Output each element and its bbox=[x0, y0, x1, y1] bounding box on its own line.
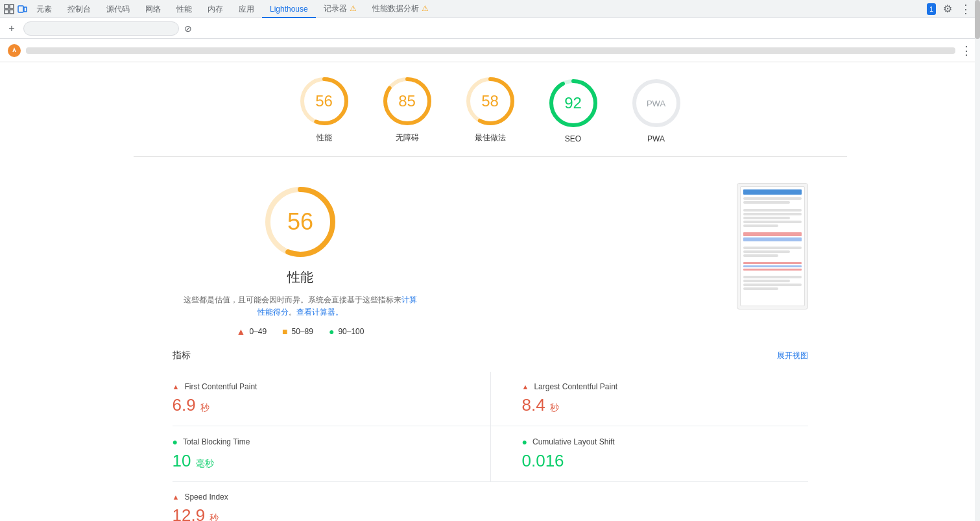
metric-fcp-name: First Contentful Paint bbox=[184, 382, 257, 391]
tab-application[interactable]: 应用 bbox=[231, 0, 262, 18]
tab-console[interactable]: 控制台 bbox=[60, 0, 99, 18]
tab-elements[interactable]: 元素 bbox=[29, 0, 60, 18]
metric-tbt-value: 10 毫秒 bbox=[173, 451, 459, 471]
legend-green: ● 90–100 bbox=[329, 326, 365, 337]
screenshot-header bbox=[743, 189, 802, 195]
svg-rect-0 bbox=[5, 5, 8, 8]
page-header-more-icon[interactable]: ⋮ bbox=[961, 43, 972, 58]
metric-lcp-name: Largest Contentful Paint bbox=[534, 382, 617, 391]
page-header: ⋮ bbox=[0, 39, 980, 62]
screenshot-block-3 bbox=[743, 262, 802, 264]
big-score-circle: 56 bbox=[261, 183, 339, 261]
score-number-pwa: PWA bbox=[647, 99, 665, 108]
legend-circle-icon: ● bbox=[329, 326, 334, 337]
expand-view-button[interactable]: 展开视图 bbox=[777, 350, 808, 361]
notification-count: 1 bbox=[929, 5, 933, 13]
screenshot-line-13 bbox=[743, 284, 802, 286]
screenshot-line-2 bbox=[743, 201, 790, 204]
reload-icon[interactable]: ⊘ bbox=[184, 23, 192, 34]
screenshot-line-7 bbox=[743, 224, 778, 227]
tab-sources[interactable]: 源代码 bbox=[99, 0, 137, 18]
legend-triangle-icon: ▲ bbox=[237, 326, 246, 337]
score-circle-performance: 56 bbox=[298, 75, 350, 127]
score-number-accessibility: 85 bbox=[398, 92, 416, 110]
calculator-link[interactable]: 查看计算器。 bbox=[296, 308, 343, 317]
metric-lcp-indicator: ▲ bbox=[522, 383, 529, 391]
metrics-title: 指标 bbox=[173, 350, 191, 361]
score-circle-accessibility: 85 bbox=[381, 75, 433, 127]
screenshot-line-8 bbox=[743, 247, 802, 249]
devtools-right-icons: 1 ⚙ ⋮ bbox=[927, 3, 977, 16]
score-item-seo[interactable]: 92 SEO bbox=[547, 77, 599, 143]
score-number-best-practices: 58 bbox=[481, 92, 499, 110]
score-item-performance[interactable]: 56 性能 bbox=[298, 75, 350, 143]
svg-rect-4 bbox=[18, 6, 23, 12]
screenshot-line-9 bbox=[743, 250, 790, 253]
score-label-pwa: PWA bbox=[647, 134, 665, 143]
tab-memory[interactable]: 内存 bbox=[200, 0, 231, 18]
element-picker-icon[interactable] bbox=[3, 3, 16, 16]
tab-recorder[interactable]: 记录器 ⚠ bbox=[316, 0, 365, 18]
tab-network[interactable]: 网络 bbox=[137, 0, 169, 18]
metric-si-header: ▲ Speed Index bbox=[173, 492, 459, 502]
tab-performance[interactable]: 性能 bbox=[169, 0, 200, 18]
screenshot-line-10 bbox=[743, 254, 778, 257]
score-circle-seo: 92 bbox=[547, 77, 599, 129]
scrollbar-track[interactable] bbox=[975, 0, 980, 521]
metric-fcp-value: 6.9 秒 bbox=[173, 395, 459, 415]
legend-green-label: 90–100 bbox=[338, 327, 364, 336]
legend-red: ▲ 0–49 bbox=[237, 326, 267, 337]
screenshot-thumbnail bbox=[737, 183, 808, 309]
screenshot-line-3 bbox=[743, 209, 802, 212]
devtools-nav-bar: 元素 控制台 源代码 网络 性能 内存 应用 Lighthouse 记录器 ⚠ … bbox=[0, 0, 980, 18]
metric-tbt-indicator: ● bbox=[173, 437, 178, 447]
metric-fcp-indicator: ▲ bbox=[173, 383, 180, 391]
screenshot-line-5 bbox=[743, 217, 790, 219]
metric-cls: ● Cumulative Layout Shift 0.016 bbox=[490, 426, 808, 482]
metrics-grid: ▲ First Contentful Paint 6.9 秒 ▲ Largest… bbox=[173, 372, 808, 521]
svg-rect-5 bbox=[24, 7, 27, 12]
metric-si-value: 12.9 秒 bbox=[173, 505, 459, 521]
metric-tbt: ● Total Blocking Time 10 毫秒 bbox=[173, 426, 490, 482]
new-tab-icon[interactable]: + bbox=[5, 22, 18, 35]
device-toggle-icon[interactable] bbox=[16, 3, 29, 16]
metric-fcp-header: ▲ First Contentful Paint bbox=[173, 382, 459, 391]
metric-lcp-header: ▲ Largest Contentful Paint bbox=[522, 382, 808, 391]
screenshot-block-5 bbox=[743, 269, 802, 271]
perf-detail-section: 56 性能 这些都是估值，且可能会因时而异。系统会直接基于这些指标来计算性能得分… bbox=[134, 170, 847, 350]
metric-cls-indicator: ● bbox=[522, 437, 527, 447]
perf-insights-warning-icon: ⚠ bbox=[422, 0, 429, 18]
screenshot-inner bbox=[740, 186, 805, 306]
perf-title: 性能 bbox=[287, 269, 313, 286]
metric-cls-header: ● Cumulative Layout Shift bbox=[522, 437, 808, 447]
screenshot-line-6 bbox=[743, 221, 802, 223]
recorder-warning-icon: ⚠ bbox=[350, 0, 357, 18]
score-label-performance: 性能 bbox=[317, 132, 332, 143]
score-item-best-practices[interactable]: 58 最佳做法 bbox=[464, 75, 516, 143]
metric-lcp: ▲ Largest Contentful Paint 8.4 秒 bbox=[490, 372, 808, 426]
score-circles-row: 56 性能 85 无障碍 58 最佳做 bbox=[134, 75, 847, 143]
tab-lighthouse[interactable]: Lighthouse bbox=[262, 0, 316, 18]
tab-performance-insights[interactable]: 性能数据分析 ⚠ bbox=[365, 0, 436, 18]
legend-square-icon: ■ bbox=[282, 326, 287, 337]
score-circle-best-practices: 58 bbox=[464, 75, 516, 127]
screenshot-line-11 bbox=[743, 276, 802, 278]
metric-si: ▲ Speed Index 12.9 秒 bbox=[173, 482, 490, 521]
score-label-seo: SEO bbox=[565, 134, 581, 143]
scrollbar-thumb[interactable] bbox=[975, 0, 980, 39]
screenshot-line-12 bbox=[743, 280, 790, 282]
score-label-best-practices: 最佳做法 bbox=[475, 132, 506, 143]
score-item-accessibility[interactable]: 85 无障碍 bbox=[381, 75, 433, 143]
svg-rect-2 bbox=[5, 10, 8, 14]
score-item-pwa[interactable]: PWA PWA bbox=[630, 77, 682, 143]
settings-icon[interactable]: ⚙ bbox=[941, 3, 954, 16]
metrics-header: 指标 展开视图 bbox=[173, 350, 808, 361]
score-label-accessibility: 无障碍 bbox=[396, 132, 419, 143]
screenshot-line-14 bbox=[743, 287, 778, 290]
notification-badge[interactable]: 1 bbox=[927, 3, 936, 15]
section-divider bbox=[134, 156, 847, 157]
url-input[interactable] bbox=[23, 21, 179, 36]
screenshot-line-1 bbox=[743, 197, 802, 200]
metrics-section: 指标 展开视图 ▲ First Contentful Paint 6.9 秒 ▲ bbox=[134, 350, 847, 521]
more-options-icon[interactable]: ⋮ bbox=[959, 3, 972, 16]
